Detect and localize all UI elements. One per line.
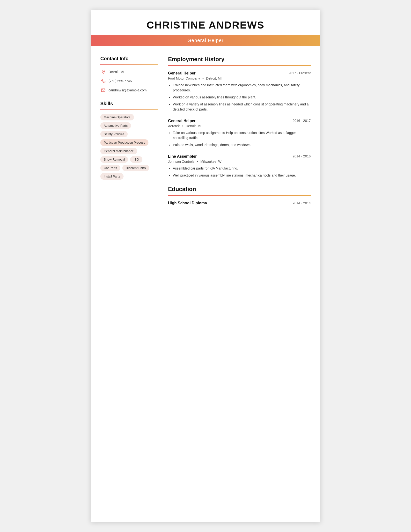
education-divider: [168, 195, 311, 196]
contact-divider: [100, 64, 158, 65]
skill-different-parts: Different Parts: [122, 165, 149, 171]
education-section-title: Education: [168, 186, 311, 192]
left-column: Contact Info Detroit, MI: [100, 56, 158, 205]
email-icon: [100, 87, 106, 93]
company-name-3: Johnson Controls: [168, 160, 194, 163]
bullet-2-1: Take on various temp assignments Help on…: [173, 130, 311, 141]
bullet-1-1: Trained new hires and instructed them wi…: [173, 83, 311, 93]
skills-section-title: Skills: [100, 101, 158, 106]
svg-point-0: [103, 71, 104, 72]
contact-email: candrews@example.com: [100, 87, 158, 93]
email-text: candrews@example.com: [109, 88, 147, 92]
job-dates-3: 2014 - 2016: [292, 154, 311, 158]
phone-icon: [100, 78, 106, 84]
company-location-1: Detroit, MI: [206, 76, 222, 80]
job-entry-1: General Helper 2017 - Present Ford Motor…: [168, 71, 311, 112]
job-company-2: Aerotek • Detroit, MI: [168, 124, 311, 128]
location-icon: [100, 69, 106, 75]
company-name-1: Ford Motor Company: [168, 76, 200, 80]
resume-container: CHRISTINE ANDREWS General Helper Contact…: [91, 10, 320, 522]
skill-tags-container: Machine Operators Automotive Parts Safet…: [100, 114, 158, 180]
contact-section: Contact Info Detroit, MI: [100, 56, 158, 93]
job-header-3: Line Assembler 2014 - 2016: [168, 154, 311, 159]
skill-general-maintenance: General Maintenance: [100, 148, 137, 154]
job-dates-1: 2017 - Present: [289, 71, 311, 75]
skills-divider: [100, 109, 158, 110]
company-name-2: Aerotek: [168, 124, 180, 128]
employment-section-title: Employment History: [168, 56, 311, 63]
candidate-name: CHRISTINE ANDREWS: [100, 19, 311, 31]
bullet-3-2: Well practiced in various assembly line …: [173, 173, 311, 178]
job-entry-3: Line Assembler 2014 - 2016 Johnson Contr…: [168, 154, 311, 178]
edu-entry-1: High School Diploma 2014 - 2014: [168, 201, 311, 205]
skill-safety-policies: Safety Policies: [100, 131, 128, 137]
job-bullets-3: Assembled car parts for KIA Manufacturin…: [168, 166, 311, 178]
bullet-3-1: Assembled car parts for KIA Manufacturin…: [173, 166, 311, 171]
phone-text: (760) 555-7746: [109, 79, 132, 83]
job-bullets-1: Trained new hires and instructed them wi…: [168, 83, 311, 112]
contact-section-title: Contact Info: [100, 56, 158, 61]
resume-header: CHRISTINE ANDREWS: [91, 10, 320, 31]
title-bar: General Helper: [91, 35, 320, 46]
skill-car-parts: Car Parts: [100, 165, 120, 171]
skill-iso: ISO: [130, 156, 142, 163]
job-title-3: Line Assembler: [168, 154, 197, 159]
job-header-1: General Helper 2017 - Present: [168, 71, 311, 76]
company-location-3: Milwaukee, WI: [200, 160, 223, 163]
skill-machine-operators: Machine Operators: [100, 114, 134, 120]
employment-divider: [168, 65, 311, 66]
job-header-2: General Helper 2016 - 2017: [168, 119, 311, 123]
job-dates-2: 2016 - 2017: [292, 119, 311, 123]
skill-particular-production: Particular Production Process: [100, 139, 149, 146]
edu-degree-1: High School Diploma: [168, 201, 207, 205]
skill-snow-removal: Snow Removal: [100, 156, 128, 163]
candidate-title: General Helper: [187, 38, 224, 43]
job-title-2: General Helper: [168, 119, 196, 123]
job-company-1: Ford Motor Company • Detroit, MI: [168, 76, 311, 80]
bullet-1-2: Worked on various assembly lines through…: [173, 95, 311, 100]
bullet-2-2: Painted walls, wood trimmings, doors, an…: [173, 142, 311, 148]
resume-body: Contact Info Detroit, MI: [91, 46, 320, 215]
location-text: Detroit, MI: [109, 70, 124, 74]
company-location-2: Detroit, MI: [186, 124, 201, 128]
job-company-3: Johnson Controls • Milwaukee, WI: [168, 160, 311, 163]
skill-automotive-parts: Automotive Parts: [100, 122, 131, 129]
education-section: Education High School Diploma 2014 - 201…: [168, 186, 311, 205]
job-title-1: General Helper: [168, 71, 196, 76]
skill-install-parts: Install Parts: [100, 173, 123, 180]
contact-location: Detroit, MI: [100, 69, 158, 75]
skills-section: Skills Machine Operators Automotive Part…: [100, 101, 158, 180]
contact-phone: (760) 555-7746: [100, 78, 158, 84]
job-bullets-2: Take on various temp assignments Help on…: [168, 130, 311, 148]
right-column: Employment History General Helper 2017 -…: [168, 56, 311, 205]
job-entry-2: General Helper 2016 - 2017 Aerotek • Det…: [168, 119, 311, 148]
edu-dates-1: 2014 - 2014: [292, 201, 311, 205]
employment-section: Employment History General Helper 2017 -…: [168, 56, 311, 178]
bullet-1-3: Work on a variety of assembly lines as n…: [173, 102, 311, 112]
